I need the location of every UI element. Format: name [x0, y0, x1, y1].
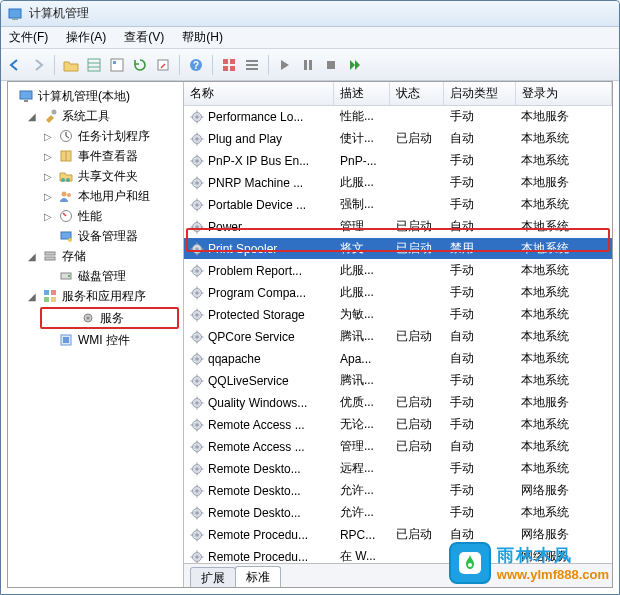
cell-startup: 手动	[444, 282, 516, 304]
svg-rect-1	[12, 18, 18, 20]
cell-name: Program Compa...	[184, 282, 334, 304]
tree-services[interactable]: 服务	[40, 307, 179, 329]
folder-button[interactable]	[61, 55, 81, 75]
table-row[interactable]: QPCore Service腾讯...已启动自动本地系统	[184, 326, 612, 348]
help-icon[interactable]: ?	[186, 55, 206, 75]
tree-event-viewer[interactable]: ▷事件查看器	[8, 146, 183, 166]
expand-icon[interactable]: ▷	[42, 171, 54, 182]
tree-performance[interactable]: ▷性能	[8, 206, 183, 226]
play-icon[interactable]	[275, 55, 295, 75]
tree-services-apps[interactable]: ◢服务和应用程序	[8, 286, 183, 306]
col-name[interactable]: 名称	[184, 82, 334, 106]
cell-logon: 网络服务	[515, 480, 611, 502]
table-row[interactable]: Quality Windows...优质...已启动手动本地服务	[184, 392, 612, 414]
list-icon[interactable]	[242, 55, 262, 75]
collapse-icon[interactable]: ◢	[26, 111, 38, 122]
svg-rect-19	[327, 61, 335, 69]
svg-text:?: ?	[193, 60, 199, 71]
cell-desc: 此服...	[334, 282, 390, 304]
col-startup[interactable]: 启动类型	[444, 82, 516, 106]
cell-desc: 此服...	[334, 260, 390, 282]
expand-icon[interactable]: ▷	[42, 131, 54, 142]
gear-icon	[190, 132, 204, 146]
cell-startup: 手动	[444, 502, 516, 524]
expand-icon[interactable]: ▷	[42, 191, 54, 202]
collapse-icon[interactable]: ◢	[26, 251, 38, 262]
cell-logon: 本地系统	[515, 260, 611, 282]
table-row[interactable]: Remote Deskto...允许...手动本地系统	[184, 502, 612, 524]
table-row[interactable]: PnP-X IP Bus En...PnP-...手动本地系统	[184, 150, 612, 172]
cell-desc: PnP-...	[334, 150, 390, 172]
tab-extended[interactable]: 扩展	[190, 567, 236, 587]
col-desc[interactable]: 描述	[334, 82, 390, 106]
cell-status	[390, 282, 444, 304]
menu-action[interactable]: 操作(A)	[62, 28, 110, 47]
tree-system-tools[interactable]: ◢系统工具	[8, 106, 183, 126]
restart-icon[interactable]	[344, 55, 364, 75]
cell-name: PNRP Machine ...	[184, 172, 334, 194]
cell-status	[390, 172, 444, 194]
forward-button[interactable]	[28, 55, 48, 75]
table-row[interactable]: Program Compa...此服...手动本地系统	[184, 282, 612, 304]
table-row[interactable]: Performance Lo...性能...手动本地服务	[184, 106, 612, 128]
properties-icon[interactable]	[107, 55, 127, 75]
svg-rect-20	[20, 91, 32, 99]
tab-standard[interactable]: 标准	[235, 566, 281, 587]
table-row[interactable]: Remote Deskto...远程...手动本地系统	[184, 458, 612, 480]
cell-startup: 手动	[444, 150, 516, 172]
tree-device-manager[interactable]: 设备管理器	[8, 226, 183, 246]
tree-panel[interactable]: 计算机管理(本地) ◢系统工具 ▷任务计划程序 ▷事件查看器 ▷共享文件夹 ▷本…	[8, 82, 184, 587]
gear-icon	[190, 418, 204, 432]
table-row[interactable]: Power管理...已启动自动本地系统	[184, 216, 612, 238]
refresh-icon[interactable]	[130, 55, 150, 75]
cell-startup: 手动	[444, 304, 516, 326]
grid-icon[interactable]	[219, 55, 239, 75]
stop-icon[interactable]	[321, 55, 341, 75]
tree-local-users[interactable]: ▷本地用户和组	[8, 186, 183, 206]
table-row[interactable]: qqapacheApa...自动本地系统	[184, 348, 612, 370]
tree-wmi[interactable]: WMI 控件	[8, 330, 183, 350]
watermark-url: www.ylmf888.com	[497, 567, 609, 582]
gear-icon	[190, 484, 204, 498]
table-row[interactable]: Protected Storage为敏...手动本地系统	[184, 304, 612, 326]
tree-label: 系统工具	[62, 108, 110, 125]
table-row[interactable]: Problem Report...此服...手动本地系统	[184, 260, 612, 282]
menu-help[interactable]: 帮助(H)	[178, 28, 227, 47]
cell-desc: 此服...	[334, 172, 390, 194]
table-row[interactable]: Print Spooler将文...已启动禁用本地系统	[184, 238, 612, 260]
table-row[interactable]: Remote Access ...无论...已启动手动本地系统	[184, 414, 612, 436]
table-row[interactable]: PNRP Machine ...此服...手动本地服务	[184, 172, 612, 194]
disk-icon	[58, 268, 74, 284]
menu-view[interactable]: 查看(V)	[120, 28, 168, 47]
export-icon[interactable]	[153, 55, 173, 75]
svg-point-29	[67, 193, 71, 197]
pause-icon[interactable]	[298, 55, 318, 75]
back-button[interactable]	[5, 55, 25, 75]
tree-task-scheduler[interactable]: ▷任务计划程序	[8, 126, 183, 146]
tree-storage[interactable]: ◢存储	[8, 246, 183, 266]
menu-file[interactable]: 文件(F)	[5, 28, 52, 47]
separator	[179, 55, 180, 75]
expand-icon[interactable]: ▷	[42, 211, 54, 222]
svg-rect-33	[45, 252, 55, 255]
table-row[interactable]: Portable Device ...强制...手动本地系统	[184, 194, 612, 216]
services-list[interactable]: 名称 描述 状态 启动类型 登录为 Performance Lo...性能...…	[184, 82, 612, 563]
cell-desc: 允许...	[334, 480, 390, 502]
cell-status	[390, 370, 444, 392]
table-row[interactable]: Plug and Play使计...已启动自动本地系统	[184, 128, 612, 150]
col-logon[interactable]: 登录为	[515, 82, 611, 106]
collapse-icon[interactable]: ◢	[26, 291, 38, 302]
expand-icon[interactable]: ▷	[42, 151, 54, 162]
svg-point-88	[195, 269, 199, 273]
apps-icon	[42, 288, 58, 304]
tree-root[interactable]: 计算机管理(本地)	[8, 86, 183, 106]
col-status[interactable]: 状态	[390, 82, 444, 106]
table-row[interactable]: Remote Deskto...允许...手动网络服务	[184, 480, 612, 502]
tree-shared-folders[interactable]: ▷共享文件夹	[8, 166, 183, 186]
view-detail-icon[interactable]	[84, 55, 104, 75]
table-row[interactable]: QQLiveService腾讯...手动本地系统	[184, 370, 612, 392]
titlebar[interactable]: 计算机管理	[1, 1, 619, 27]
table-row[interactable]: Remote Access ...管理...已启动自动本地系统	[184, 436, 612, 458]
tree-disk-mgmt[interactable]: 磁盘管理	[8, 266, 183, 286]
wmi-icon	[58, 332, 74, 348]
